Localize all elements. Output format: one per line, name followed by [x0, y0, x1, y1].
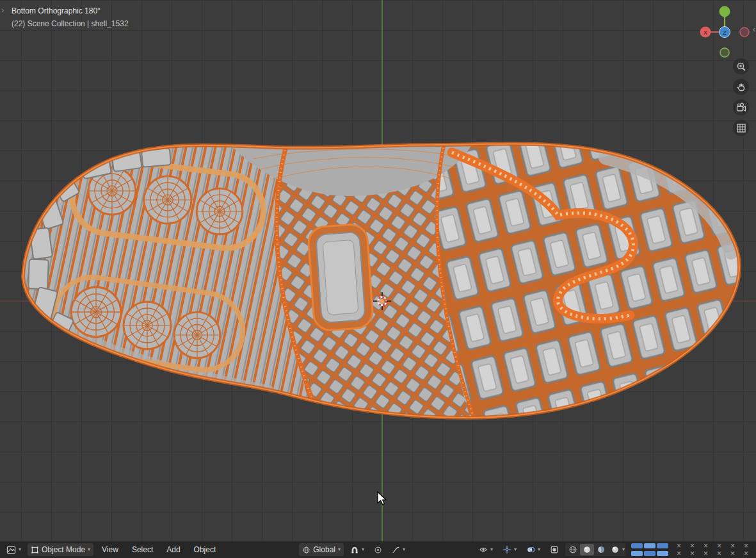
- pan-button[interactable]: [733, 79, 749, 95]
- close-icon[interactable]: ×: [699, 550, 712, 557]
- expand-toolbar-arrow[interactable]: ›: [1, 5, 4, 15]
- show-gizmos-dropdown[interactable]: ▾: [499, 543, 520, 556]
- viewport-canvas[interactable]: [0, 0, 756, 541]
- header-middle-group: Global ▾ ▾ ▾: [299, 543, 408, 556]
- chevron-down-icon: ▾: [490, 547, 493, 552]
- close-icon[interactable]: ×: [686, 550, 699, 557]
- chevron-down-icon: ▾: [622, 547, 625, 552]
- close-icon[interactable]: ×: [712, 550, 726, 557]
- magnet-icon: [350, 545, 359, 554]
- mode-dropdown[interactable]: Object Mode ▾: [28, 543, 93, 556]
- expand-sidebar-arrow[interactable]: ‹: [753, 24, 755, 34]
- orientation-globe-icon: [302, 546, 310, 554]
- shading-wireframe-button[interactable]: [566, 544, 580, 555]
- mode-label: Object Mode: [42, 545, 85, 554]
- object-mode-icon: [31, 546, 39, 554]
- proportional-dot-icon: [374, 546, 382, 554]
- eye-icon: [479, 545, 488, 554]
- zoom-icon: [736, 62, 746, 72]
- chevron-down-icon: ▾: [88, 547, 90, 552]
- proportional-falloff-dropdown[interactable]: ▾: [389, 543, 408, 556]
- chevron-down-icon: ▾: [338, 547, 341, 552]
- rendered-sphere-icon: [611, 545, 620, 554]
- close-icon[interactable]: ×: [672, 543, 686, 549]
- gizmo-axis-negx-ball[interactable]: [740, 28, 749, 37]
- chevron-down-icon: ▾: [538, 547, 540, 552]
- menu-view[interactable]: View: [97, 543, 124, 556]
- material-sphere-icon: [597, 545, 606, 554]
- proportional-editing-toggle[interactable]: [371, 543, 385, 556]
- menu-object[interactable]: Object: [189, 543, 221, 556]
- header-left-group: ▾ Object Mode ▾ View Select Add Object: [3, 543, 221, 556]
- close-icon[interactable]: ×: [712, 543, 726, 549]
- chevron-down-icon: ▾: [403, 547, 405, 552]
- menu-select[interactable]: Select: [127, 543, 158, 556]
- camera-icon: [736, 103, 746, 113]
- close-icon[interactable]: ×: [739, 543, 753, 549]
- viewport-editor-icon: [6, 545, 16, 555]
- gizmo-x-label: X: [704, 29, 707, 36]
- navigation-gizmo[interactable]: X Z: [700, 4, 751, 60]
- gizmos-icon: [503, 545, 511, 554]
- wireframe-sphere-icon: [568, 545, 577, 554]
- viewport-side-toolbar: [733, 58, 749, 136]
- header-right-group: ▾ ▾ ▾: [476, 543, 753, 557]
- falloff-curve-icon: [392, 546, 400, 554]
- chevron-down-icon: ▾: [19, 547, 21, 552]
- menu-add[interactable]: Add: [161, 543, 185, 556]
- close-icon[interactable]: ×: [672, 550, 686, 557]
- close-icon[interactable]: ×: [699, 543, 712, 549]
- toggle-ortho-button[interactable]: [733, 120, 749, 136]
- chevron-down-icon: ▾: [514, 547, 517, 552]
- shading-rendered-button[interactable]: [608, 544, 622, 555]
- chevron-down-icon: ▾: [362, 547, 364, 552]
- overlays-icon: [526, 545, 535, 554]
- shading-mode-group: ▾: [565, 543, 625, 556]
- editor-type-selector[interactable]: ▾: [3, 543, 24, 556]
- xray-icon: [550, 545, 559, 554]
- orientation-label: Global: [313, 545, 335, 554]
- close-icon[interactable]: ×: [726, 543, 739, 549]
- blue-segment-bar[interactable]: [631, 543, 668, 548]
- object-origin-dot: [380, 299, 384, 303]
- mini-panel-row: × × × × × ×: [631, 543, 753, 549]
- transform-orientation-dropdown[interactable]: Global ▾: [299, 543, 344, 556]
- camera-view-button[interactable]: [733, 99, 749, 115]
- close-icon[interactable]: ×: [739, 550, 753, 557]
- close-icon[interactable]: ×: [726, 550, 739, 557]
- gizmo-axis-y-ball[interactable]: [720, 6, 730, 17]
- 3d-viewport[interactable]: Bottom Orthographic 180° (22) Scene Coll…: [0, 0, 756, 541]
- right-mini-panel: × × × × × × × × × × × ×: [631, 543, 753, 557]
- snap-dropdown[interactable]: ▾: [347, 543, 367, 556]
- solid-sphere-icon: [583, 545, 591, 554]
- blue-segment-bar[interactable]: [631, 551, 668, 556]
- grid-ortho-icon: [736, 123, 746, 133]
- toggle-xray-button[interactable]: [547, 543, 562, 556]
- blender-window: Bottom Orthographic 180° (22) Scene Coll…: [0, 0, 756, 558]
- show-overlays-dropdown[interactable]: ▾: [523, 543, 543, 556]
- viewport-header-bar: ▾ Object Mode ▾ View Select Add Object: [0, 541, 756, 558]
- pan-hand-icon: [736, 82, 746, 92]
- shoe-sole-mesh[interactable]: [0, 122, 756, 429]
- object-visibility-dropdown[interactable]: ▾: [476, 543, 496, 556]
- close-icon[interactable]: ×: [686, 543, 699, 549]
- zoom-button[interactable]: [733, 58, 749, 74]
- gizmo-axis-negy-ball[interactable]: [720, 48, 729, 57]
- mini-panel-row: × × × × × ×: [631, 550, 753, 557]
- gizmo-z-label: Z: [723, 29, 727, 36]
- shading-material-button[interactable]: [594, 544, 608, 555]
- shading-solid-button[interactable]: [580, 544, 594, 555]
